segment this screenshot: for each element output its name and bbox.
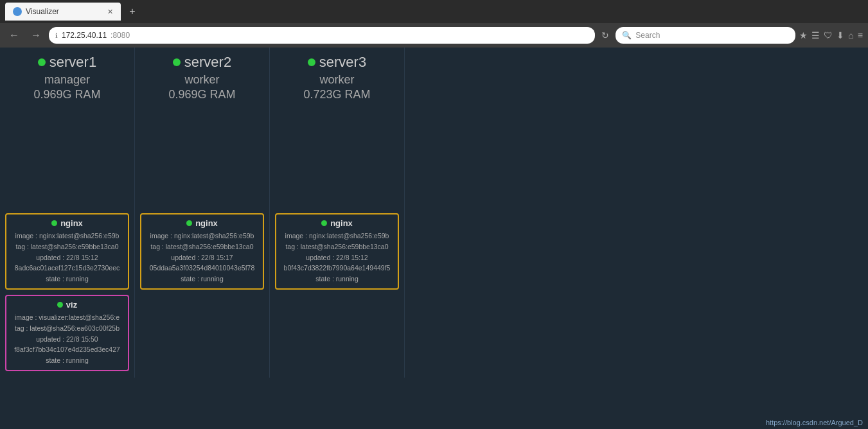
server-name-label: server1: [49, 54, 96, 71]
container-name-row: viz: [12, 300, 123, 310]
empty-area: [275, 108, 399, 211]
server-ram-label: 0.723G RAM: [275, 88, 399, 101]
container-name-label: nginx: [330, 218, 353, 228]
reading-list-icon[interactable]: ☰: [811, 30, 820, 40]
server-name-row: server3: [275, 54, 399, 71]
containers-area: nginximage : nginx:latest@sha256:e59btag…: [5, 213, 129, 371]
url-text: 172.25.40.11: [62, 31, 107, 40]
container-status-dot: [57, 302, 63, 308]
server-name-label: server3: [319, 54, 366, 71]
server-column-server2: server2worker0.969G RAMnginximage : ngin…: [135, 48, 270, 378]
back-button[interactable]: ←: [5, 26, 23, 44]
server-name-label: server2: [184, 54, 231, 71]
empty-area: [140, 108, 264, 211]
container-detail: image : nginx:latest@sha256:e59btag : la…: [12, 231, 123, 285]
servers-grid: server1manager0.969G RAMnginximage : ngi…: [0, 48, 868, 378]
container-name-label: nginx: [195, 218, 218, 228]
search-icon: 🔍: [622, 31, 632, 40]
footer-url: https://blog.csdn.net/Argued_D: [766, 419, 863, 426]
url-port: :8080: [111, 31, 130, 40]
container-status-dot: [186, 220, 192, 226]
tab-close-button[interactable]: ✕: [107, 8, 113, 16]
status-indicator: [173, 58, 181, 66]
container-detail: image : visualizer:latest@sha256:etag : …: [12, 312, 123, 366]
server-name-row: server2: [140, 54, 264, 71]
right-empty-area: [405, 48, 868, 378]
container-name-row: nginx: [146, 218, 258, 228]
status-indicator: [38, 58, 46, 66]
server-header-server3: server3worker0.723G RAM: [275, 54, 399, 101]
main-content: server1manager0.969G RAMnginximage : ngi…: [0, 48, 868, 429]
active-tab[interactable]: Visualizer ✕: [5, 3, 121, 21]
download-icon[interactable]: ⬇: [837, 30, 844, 40]
container-detail: image : nginx:latest@sha256:e59btag : la…: [146, 231, 258, 285]
server-header-server1: server1manager0.969G RAM: [5, 54, 129, 101]
server-name-row: server1: [5, 54, 129, 71]
shield-icon[interactable]: 🛡: [824, 30, 833, 40]
container-name-label: viz: [66, 300, 77, 310]
bookmark-icon[interactable]: ★: [799, 30, 808, 40]
container-card-viz-1: vizimage : visualizer:latest@sha256:etag…: [5, 295, 129, 371]
server-header-server2: server2worker0.969G RAM: [140, 54, 264, 101]
container-name-label: nginx: [60, 218, 83, 228]
server-column-server3: server3worker0.723G RAMnginximage : ngin…: [270, 48, 405, 378]
container-card-nginx-0: nginximage : nginx:latest@sha256:e59btag…: [140, 213, 264, 290]
server-role-label: worker: [140, 73, 264, 87]
container-card-nginx-0: nginximage : nginx:latest@sha256:e59btag…: [275, 213, 399, 290]
search-bar[interactable]: 🔍 Search: [616, 27, 795, 44]
security-icon: ℹ: [55, 32, 58, 39]
menu-icon[interactable]: ≡: [858, 30, 863, 40]
reload-button[interactable]: ↻: [599, 30, 612, 40]
container-detail: image : nginx:latest@sha256:e59btag : la…: [281, 231, 393, 285]
tab-label: Visualizer: [26, 7, 59, 16]
forward-button[interactable]: →: [27, 26, 45, 44]
status-indicator: [308, 58, 315, 66]
home-icon[interactable]: ⌂: [848, 30, 853, 40]
server-ram-label: 0.969G RAM: [5, 88, 129, 101]
search-placeholder: Search: [635, 31, 660, 40]
container-card-nginx-0: nginximage : nginx:latest@sha256:e59btag…: [5, 213, 129, 290]
server-column-server1: server1manager0.969G RAMnginximage : ngi…: [0, 48, 135, 378]
container-status-dot: [321, 220, 327, 226]
status-footer: https://blog.csdn.net/Argued_D: [761, 416, 868, 429]
url-bar[interactable]: ℹ 172.25.40.11 :8080: [49, 27, 595, 44]
tab-bar: Visualizer ✕ +: [0, 0, 868, 23]
container-name-row: nginx: [12, 218, 123, 228]
server-role-label: manager: [5, 73, 129, 87]
address-bar: ← → ℹ 172.25.40.11 :8080 ↻ 🔍 Search ★ ☰ …: [0, 23, 868, 48]
containers-area: nginximage : nginx:latest@sha256:e59btag…: [140, 213, 264, 290]
new-tab-button[interactable]: +: [123, 3, 141, 21]
container-status-dot: [51, 220, 57, 226]
container-name-row: nginx: [281, 218, 393, 228]
server-role-label: worker: [275, 73, 399, 87]
empty-area: [5, 108, 129, 211]
containers-area: nginximage : nginx:latest@sha256:e59btag…: [275, 213, 399, 290]
server-ram-label: 0.969G RAM: [140, 88, 264, 101]
tab-favicon: [13, 7, 22, 16]
browser-chrome: Visualizer ✕ + ← → ℹ 172.25.40.11 :8080 …: [0, 0, 868, 48]
